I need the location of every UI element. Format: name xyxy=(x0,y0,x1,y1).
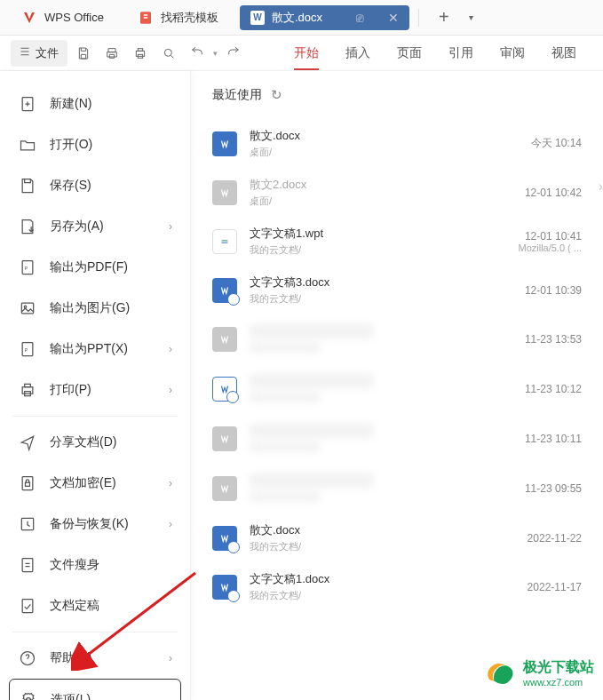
file-name: 散文2.docx xyxy=(250,177,507,193)
file-row[interactable]: 文字文稿1.docx我的云文档/2022-11-17 xyxy=(212,562,599,611)
save-icon[interactable] xyxy=(71,41,96,66)
menu-options-label: 选项(L) xyxy=(51,692,91,700)
file-time: 2022-11-17 xyxy=(520,581,599,593)
device-icon[interactable]: ⎚ xyxy=(356,11,363,25)
recent-header: 最近使用 ↻ xyxy=(212,87,599,103)
menu-new[interactable]: 新建(N) xyxy=(9,84,181,124)
close-tab-icon[interactable]: ✕ xyxy=(388,11,399,25)
refresh-icon[interactable]: ↻ xyxy=(271,87,282,103)
svg-rect-22 xyxy=(222,240,228,241)
tab-view[interactable]: 视图 xyxy=(551,45,576,61)
menu-print[interactable]: 打印(P) › xyxy=(9,370,181,410)
file-row[interactable]: 散文.docx我的云文档/2022-11-22 xyxy=(212,513,599,562)
file-name: 文字文稿3.docx xyxy=(250,274,507,290)
menu-new-label: 新建(N) xyxy=(50,96,91,112)
chevron-right-icon: › xyxy=(169,384,172,396)
file-path: 我的云文档/ xyxy=(250,540,507,553)
ribbon-tabs: 开始 插入 页面 引用 审阅 视图 xyxy=(294,45,576,61)
menu-open[interactable]: 打开(O) xyxy=(9,124,181,165)
preview-icon[interactable] xyxy=(156,41,181,66)
pdf-icon: P xyxy=(18,258,37,277)
watermark: 极光下载站 www.xz7.com xyxy=(482,656,594,689)
image-export-icon xyxy=(18,298,37,318)
menu-saveas-label: 另存为(A) xyxy=(50,219,104,235)
menu-slim[interactable]: 文件瘦身 xyxy=(9,545,181,585)
watermark-logo-icon xyxy=(482,656,516,689)
recent-header-label: 最近使用 xyxy=(212,87,262,103)
file-name: 文字文稿1.wpt xyxy=(250,226,505,242)
compress-icon xyxy=(18,555,37,575)
tab-dropdown-icon[interactable]: ▾ xyxy=(469,12,473,22)
chevron-right-icon: › xyxy=(169,220,172,233)
menu-ppt[interactable]: P 输出为PPT(X) › xyxy=(9,329,181,370)
file-path: 桌面/ xyxy=(250,146,507,159)
gear-icon xyxy=(19,690,38,700)
file-row[interactable]: 文字文稿1.wpt我的云文档/12-01 10:41Mozilla/5.0 ( … xyxy=(212,217,599,266)
svg-rect-18 xyxy=(22,559,33,572)
svg-rect-8 xyxy=(21,303,33,314)
menu-save-label: 保存(S) xyxy=(50,178,91,194)
file-name: 文字文稿1.docx xyxy=(250,571,507,587)
list-chevron-icon[interactable]: › xyxy=(599,179,603,195)
lock-icon xyxy=(18,473,37,493)
menu-img[interactable]: 输出为图片(G) xyxy=(9,288,181,329)
new-tab-button[interactable]: + xyxy=(428,7,460,28)
print-preview-icon[interactable] xyxy=(99,41,124,66)
file-menu-panel: 新建(N) 打开(O) 保存(S) 另存为(A) › P 输出为PDF(F) 输… xyxy=(0,71,191,700)
app-tab[interactable]: WPS Office xyxy=(9,0,116,35)
print-icon[interactable] xyxy=(128,41,153,66)
tab-bar: WPS Office 找稻壳模板 W 散文.docx ⎚ ✕ + ▾ xyxy=(0,0,603,36)
svg-rect-16 xyxy=(26,482,30,486)
file-row[interactable]: 11-23 09:55 xyxy=(212,464,599,513)
tab-page[interactable]: 页面 xyxy=(397,45,422,61)
file-row[interactable]: 散文2.docx桌面/12-01 10:42 xyxy=(212,168,599,217)
menu-pdf[interactable]: P 输出为PDF(F) xyxy=(9,247,181,288)
quick-toolbar: 文件 ▾ 开始 插入 页面 引用 审阅 视图 xyxy=(0,36,603,71)
menu-encrypt[interactable]: 文档加密(E) › xyxy=(9,463,181,504)
saveas-icon xyxy=(18,217,37,236)
recent-files-panel: 最近使用 ↻ 散文.docx桌面/今天 10:14散文2.docx桌面/12-0… xyxy=(191,71,603,700)
wps-logo-icon xyxy=(21,10,37,26)
open-icon xyxy=(18,135,37,155)
file-sub: Mozilla/5.0 ( ... xyxy=(518,243,599,253)
document-tab[interactable]: W 散文.docx ⎚ ✕ xyxy=(240,5,409,30)
help-icon xyxy=(18,648,37,668)
menu-backup[interactable]: 备份与恢复(K) › xyxy=(9,504,181,545)
menu-img-label: 输出为图片(G) xyxy=(50,300,130,316)
file-row[interactable]: 文字文稿3.docx我的云文档/12-01 10:39 xyxy=(212,266,599,314)
tab-ref[interactable]: 引用 xyxy=(448,45,473,61)
file-menu-button[interactable]: 文件 xyxy=(11,40,67,67)
menu-finalize[interactable]: 文档定稿 xyxy=(9,585,181,626)
file-row[interactable]: 散文.docx桌面/今天 10:14 xyxy=(212,119,599,168)
tab-insert[interactable]: 插入 xyxy=(345,45,370,61)
menu-save[interactable]: 保存(S) xyxy=(9,165,181,206)
menu-slim-label: 文件瘦身 xyxy=(50,557,99,573)
save-file-icon xyxy=(18,176,37,195)
file-row[interactable]: 11-23 10:12 xyxy=(212,364,599,414)
svg-rect-1 xyxy=(136,51,144,56)
app-name: WPS Office xyxy=(44,11,104,24)
template-tab[interactable]: 找稻壳模板 xyxy=(125,0,231,35)
redo-icon[interactable] xyxy=(221,41,246,66)
undo-icon[interactable] xyxy=(185,41,210,66)
file-row[interactable]: 11-23 10:11 xyxy=(212,414,599,464)
file-row[interactable]: 11-23 13:53 xyxy=(212,314,599,364)
svg-rect-23 xyxy=(222,242,228,243)
divider xyxy=(12,416,178,417)
tab-start[interactable]: 开始 xyxy=(294,45,319,61)
undo-dropdown-icon[interactable]: ▾ xyxy=(213,49,218,58)
file-path: 我的云文档/ xyxy=(250,243,505,257)
menu-options[interactable]: 选项(L) xyxy=(9,679,181,700)
menu-share[interactable]: 分享文档(D) xyxy=(9,422,181,463)
file-time: 12-01 10:42 xyxy=(520,187,599,199)
svg-rect-13 xyxy=(25,384,31,386)
svg-rect-15 xyxy=(22,477,33,490)
menu-saveas[interactable]: 另存为(A) › xyxy=(9,206,181,247)
menu-help[interactable]: 帮助(H) › xyxy=(9,638,181,679)
menu-help-label: 帮助(H) xyxy=(50,650,91,666)
tab-review[interactable]: 审阅 xyxy=(500,45,525,61)
share-icon xyxy=(18,433,37,452)
finalize-icon xyxy=(18,596,37,616)
menu-open-label: 打开(O) xyxy=(50,137,92,153)
file-time: 11-23 10:12 xyxy=(520,383,599,395)
